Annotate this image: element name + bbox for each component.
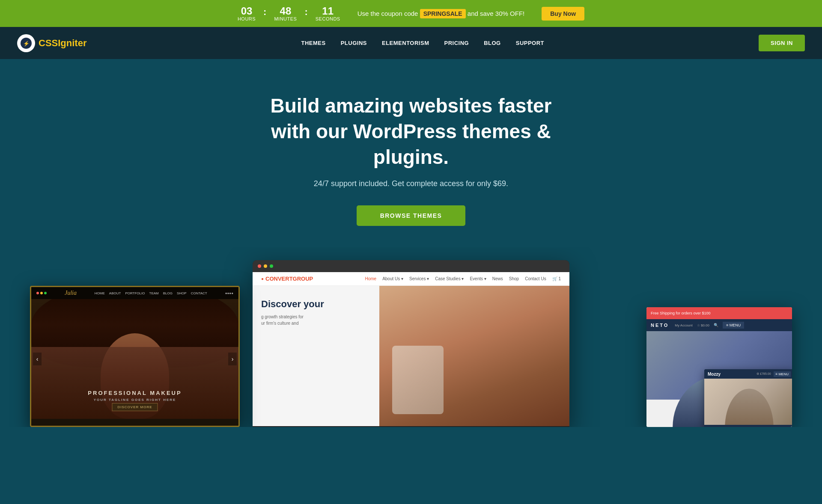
nav-themes[interactable]: THEMES [301,40,326,46]
hero-title: Build amazing websites fasterwith our Wo… [250,93,572,170]
convert-body-image [379,286,569,426]
makeup-nav: HOME ABOUT PORTFOLIO TEAM BLOG SHOP CONT… [95,291,207,295]
nav-plugins[interactable]: PLUGINS [341,40,367,46]
separator-2: : [304,6,307,18]
makeup-heading: PROFESSIONAL MAKEUP YOUR TAGLINE GOES RI… [31,390,238,402]
separator-1: : [263,6,266,18]
convert-logo: CONVERTGROUP [261,276,313,282]
seconds-number: 11 [322,6,334,16]
seconds-label: Seconds [316,16,340,21]
makeup-theme-card: Julia HOME ABOUT PORTFOLIO TEAM BLOG SHO… [30,286,240,427]
mozzy-nav: ⚙ £785.00 [756,372,771,376]
neto-theme-card: Free Shipping for orders over $100 NETO … [646,307,792,427]
browser-dot-green [270,264,273,268]
nav-support[interactable]: SUPPORT [516,40,544,46]
hero-section: Build amazing websites fasterwith our Wo… [0,59,822,247]
makeup-header: Julia HOME ABOUT PORTFOLIO TEAM BLOG SHO… [31,287,238,299]
convert-body: Discover your g growth strategies forur … [253,286,569,426]
nav-pricing[interactable]: PRICING [444,40,469,46]
mozzy-header: Mozzy ⚙ £785.00 ≡ MENU [704,369,792,379]
mozzy-theme-card: Mozzy ⚙ £785.00 ≡ MENU [704,369,792,427]
convert-header: CONVERTGROUP Home About Us ▾ Services ▾ … [253,272,569,286]
minutes-number: 48 [280,6,292,16]
tablet-device [392,346,444,414]
neto-promo-bar: Free Shipping for orders over $100 [646,307,792,319]
bottom-spacer [0,427,822,444]
theme-showcase: CONVERTGROUP Home About Us ▾ Services ▾ … [0,247,822,427]
browser-dot-yellow [264,264,267,268]
convert-nav: Home About Us ▾ Services ▾ Case Studies … [365,276,561,281]
minutes-label: Minutes [274,16,297,21]
nav-blog[interactable]: BLOG [484,40,501,46]
sign-in-button[interactable]: SIGN IN [759,35,805,51]
convert-body-text: Discover your g growth strategies forur … [261,299,324,326]
countdown: 03 Hours : 48 Minutes : 11 Seconds [238,6,340,21]
coupon-code-badge: SPRINGSALE [420,9,466,18]
logo-icon: ⚡ [17,34,35,52]
makeup-arrow-left[interactable]: ‹ [33,353,42,365]
site-header: ⚡ CSSIgniter THEMES PLUGINS ELEMENTORISM… [0,27,822,59]
main-nav: THEMES PLUGINS ELEMENTORISM PRICING BLOG… [301,40,545,46]
logo-text: CSSIgniter [39,38,86,49]
neto-nav-bar: NETO My Account ☆ $0.00 🔍 ≡ MENU [646,319,792,331]
mozzy-logo: Mozzy [708,372,721,377]
countdown-hours: 03 Hours [238,6,256,21]
browser-content: CONVERTGROUP Home About Us ▾ Services ▾ … [253,272,569,426]
main-browser-mockup: CONVERTGROUP Home About Us ▾ Services ▾ … [253,260,569,427]
neto-logo: NETO [651,323,669,328]
nav-elementorism[interactable]: ELEMENTORISM [382,40,429,46]
neto-menu-toggle[interactable]: ≡ MENU [723,322,744,329]
hours-label: Hours [238,16,256,21]
browser-bar [253,260,569,272]
mozzy-body [704,379,792,425]
makeup-dots: ●●●● [225,291,233,295]
top-banner: 03 Hours : 48 Minutes : 11 Seconds Use t… [0,0,822,27]
mozzy-menu-toggle[interactable]: ≡ MENU [774,371,791,377]
makeup-discover-btn[interactable]: DISCOVER MORE [112,403,158,411]
logo: ⚡ CSSIgniter [17,34,86,52]
svg-text:⚡: ⚡ [23,40,30,47]
makeup-arrow-right[interactable]: › [228,353,237,365]
hero-subtitle: 24/7 support included. Get complete acce… [314,179,508,188]
countdown-seconds: 11 Seconds [316,6,340,21]
hours-number: 03 [241,6,253,16]
countdown-minutes: 48 Minutes [274,6,297,21]
makeup-body: PROFESSIONAL MAKEUP YOUR TAGLINE GOES RI… [31,299,238,419]
browse-themes-button[interactable]: BROWSE THEMES [357,205,466,226]
browser-dot-red [258,264,261,268]
banner-promo-text: Use the coupon code SPRINGSALE and save … [357,9,525,18]
buy-now-button[interactable]: Buy Now [542,7,584,21]
makeup-logo: Julia [65,290,77,296]
